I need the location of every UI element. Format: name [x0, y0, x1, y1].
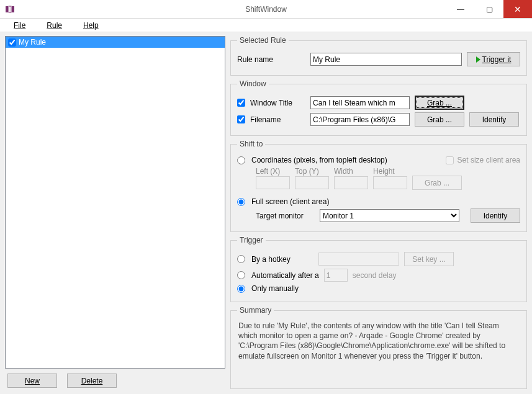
hotkey-input — [318, 253, 399, 266]
close-button[interactable]: ✕ — [503, 0, 532, 18]
grab-filename-button[interactable]: Grab ... — [415, 112, 464, 127]
col-height: Height — [373, 167, 407, 176]
menu-file[interactable]: File — [4, 20, 35, 31]
manual-label: Only manually — [251, 284, 299, 293]
rule-checkbox[interactable] — [8, 38, 16, 47]
selected-rule-legend: Selected Rule — [237, 36, 289, 45]
auto-radio[interactable] — [237, 271, 245, 279]
selected-rule-group: Selected Rule Rule name Trigger it — [230, 36, 527, 76]
set-client-label: Set size client area — [458, 156, 520, 164]
set-key-button: Set key ... — [404, 252, 454, 266]
summary-text: Due to rule 'My Rule', the contents of a… — [237, 320, 520, 362]
maximize-button[interactable]: ▢ — [475, 0, 503, 18]
play-icon — [476, 56, 480, 63]
left-pane: My Rule New Delete — [5, 36, 225, 389]
window-legend: Window — [237, 79, 269, 88]
set-client-checkbox — [446, 156, 454, 164]
auto-delay-input — [324, 269, 348, 282]
target-monitor-label: Target monitor — [256, 212, 315, 220]
width-input — [334, 176, 368, 189]
delete-button[interactable]: Delete — [67, 374, 117, 388]
fullscreen-label: Full screen (client area) — [251, 197, 329, 206]
app-window: ShiftWindow — ▢ ✕ File Rule Help My Rule… — [0, 0, 532, 394]
window-title-label: Window Title — [250, 99, 292, 107]
coords-label: Coordinates (pixels, from topleft deskto… — [251, 156, 387, 164]
shift-to-legend: Shift to — [237, 140, 265, 148]
coords-radio[interactable] — [237, 156, 245, 164]
right-pane: Selected Rule Rule name Trigger it Windo… — [230, 36, 527, 389]
identify-monitor-button[interactable]: Identify — [471, 208, 520, 223]
window-controls: — ▢ ✕ — [446, 0, 532, 18]
manual-radio[interactable] — [237, 285, 245, 293]
auto-label-a: Automatically after a — [251, 271, 319, 280]
menu-rule[interactable]: Rule — [37, 20, 72, 31]
list-item[interactable]: My Rule — [6, 37, 225, 48]
trigger-legend: Trigger — [237, 236, 266, 244]
filename-label: Filename — [250, 115, 281, 124]
trigger-it-button[interactable]: Trigger it — [467, 52, 520, 66]
rule-name-label: Rule name — [237, 55, 273, 64]
identify-window-button[interactable]: Identify — [469, 112, 519, 127]
titlebar[interactable]: ShiftWindow — ▢ ✕ — [0, 0, 532, 19]
target-monitor-select[interactable]: Monitor 1 — [320, 209, 459, 222]
shift-to-group: Shift to Coordinates (pixels, from tople… — [230, 140, 527, 232]
grab-title-button[interactable]: Grab ... — [415, 96, 464, 110]
hotkey-label: By a hotkey — [251, 255, 313, 264]
svg-rect-2 — [12, 6, 14, 12]
trigger-group: Trigger By a hotkey Set key ... Automati… — [230, 236, 527, 302]
menu-help[interactable]: Help — [73, 20, 109, 31]
window-group: Window Window Title Grab ... Filename — [230, 79, 527, 136]
window-title-checkbox[interactable] — [237, 99, 245, 107]
minimize-button[interactable]: — — [446, 0, 475, 18]
summary-group: Summary Due to rule 'My Rule', the conte… — [230, 306, 527, 389]
filename-input[interactable] — [310, 113, 410, 126]
window-title: ShiftWindow — [245, 5, 287, 14]
svg-rect-0 — [6, 6, 8, 12]
content-area: My Rule New Delete Selected Rule Rule na… — [0, 32, 532, 394]
window-title-input[interactable] — [310, 96, 410, 109]
rule-label: My Rule — [19, 38, 46, 47]
filename-checkbox[interactable] — [237, 115, 245, 123]
hotkey-radio[interactable] — [237, 255, 245, 263]
grab-coords-button: Grab ... — [412, 176, 462, 190]
rule-list[interactable]: My Rule — [5, 36, 225, 369]
fullscreen-radio[interactable] — [237, 198, 245, 206]
height-input — [373, 176, 407, 189]
menubar: File Rule Help — [0, 19, 532, 32]
col-left: Left (X) — [256, 167, 290, 176]
svg-rect-1 — [9, 6, 11, 12]
left-input — [256, 176, 290, 189]
app-icon — [5, 4, 15, 14]
summary-legend: Summary — [237, 306, 274, 315]
col-top: Top (Y) — [295, 167, 329, 176]
top-input — [295, 176, 329, 189]
col-width: Width — [334, 167, 368, 176]
rule-name-input[interactable] — [310, 53, 462, 66]
new-button[interactable]: New — [7, 374, 57, 388]
auto-label-b: second delay — [353, 271, 397, 280]
